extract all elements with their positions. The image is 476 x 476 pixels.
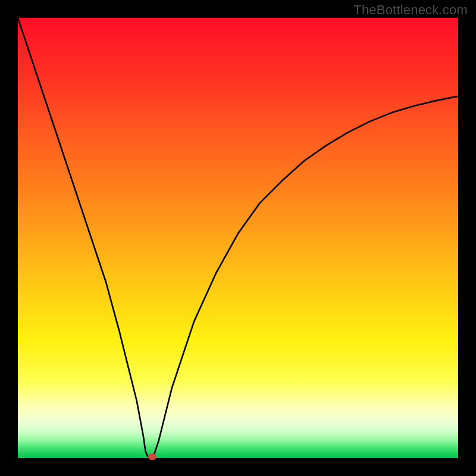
watermark-text: TheBottleneck.com	[353, 2, 468, 18]
bottleneck-chart	[18, 18, 458, 458]
chart-frame: TheBottleneck.com	[0, 0, 476, 476]
minimum-marker	[148, 453, 156, 460]
chart-background	[18, 18, 458, 458]
